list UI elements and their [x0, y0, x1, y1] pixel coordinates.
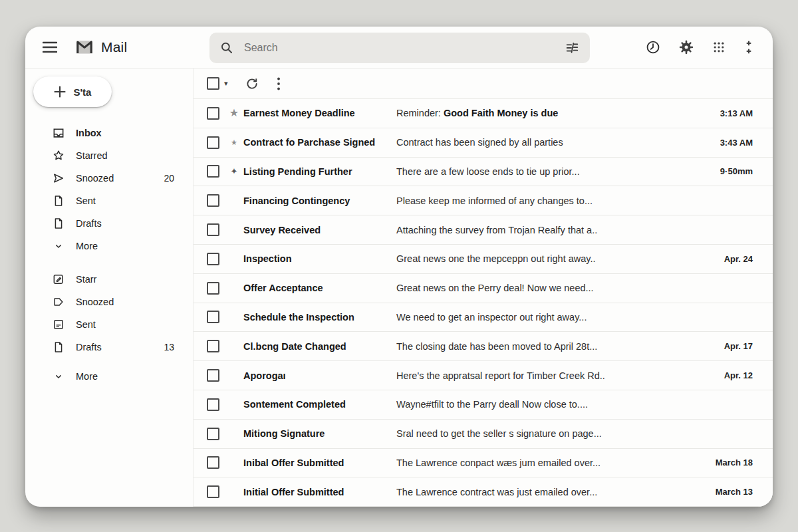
email-preview: Here's the appratsal report for Timber C… [396, 370, 692, 381]
sidebar-item-label: Starr [76, 274, 174, 285]
email-rows: ★Earnest Money DeadlineReminder: Good Fa… [194, 99, 773, 507]
email-checkbox[interactable] [207, 428, 219, 440]
search-bar[interactable] [209, 33, 590, 63]
email-checkbox[interactable] [207, 456, 219, 469]
refresh-icon[interactable] [245, 77, 259, 90]
search-input[interactable] [243, 41, 565, 55]
email-preview-text: Great news one the mepceppn out right aw… [396, 253, 596, 264]
email-subject: Mitiong Signature [243, 428, 396, 439]
doclines-icon [52, 318, 65, 331]
email-checkbox[interactable] [207, 282, 219, 295]
email-row[interactable]: InspectionGreat news one the mepceppn ou… [194, 245, 773, 274]
email-preview-text: We need to get an inspector out right aw… [396, 312, 587, 323]
sidebar-item-label: Sent [76, 319, 174, 330]
settings-gear-icon[interactable] [678, 39, 694, 55]
star-icon [52, 149, 65, 162]
sidebar-item-inbox[interactable]: Inbox [25, 122, 193, 144]
email-preview: The Lawrence contract was just emailed o… [396, 487, 692, 497]
sidebar-item-label: Snoozed [76, 173, 164, 184]
email-preview: Great news on the Perry deal! Now we nee… [396, 283, 692, 293]
top-right-icons [646, 27, 754, 68]
sidebar-item-more[interactable]: More [25, 235, 193, 257]
email-checkbox[interactable] [207, 369, 219, 382]
email-checkbox[interactable] [207, 165, 219, 178]
doc-icon [52, 194, 65, 207]
email-preview-text: Contract has been signed by all parties [396, 137, 563, 148]
gmail-logo: Mail [74, 39, 127, 55]
sidebar-item-drafts[interactable]: Drafts [25, 212, 193, 235]
email-time: Apr. 12 [692, 370, 753, 380]
more-options-icon[interactable] [743, 39, 754, 55]
email-row[interactable]: Financing ContingencyPlease keep me info… [194, 186, 773, 215]
sidebar-item-drafts[interactable]: Drafts13 [25, 336, 193, 358]
email-subject: Initial Offer Submitted [243, 487, 396, 497]
email-preview-text: The Lawrence contract was just emailed o… [396, 487, 597, 497]
email-row[interactable]: Mitiong SignatureSral need to get the se… [194, 420, 773, 449]
email-row[interactable]: Survey ReceivedAttaching the survey from… [194, 215, 773, 245]
email-subject: Listing Pending Further [243, 166, 396, 177]
email-checkbox[interactable] [207, 311, 219, 323]
select-all-checkbox[interactable] [207, 77, 219, 90]
sidebar-item-count: 13 [164, 342, 174, 352]
sidebar-item-sent[interactable]: Sent [25, 190, 193, 212]
sparkle-icon[interactable]: ✦ [227, 167, 241, 176]
sidebar-item-sent[interactable]: Sent [25, 313, 193, 336]
email-row[interactable]: Initial Offer SubmittedThe Lawrence cont… [194, 477, 773, 507]
star-icon[interactable]: ★ [227, 108, 241, 118]
kebab-menu-icon[interactable] [277, 76, 281, 91]
sidebar-item-label: More [76, 371, 174, 382]
email-checkbox[interactable] [207, 398, 219, 411]
select-dropdown-caret-icon[interactable]: ▾ [224, 79, 228, 88]
search-options-icon[interactable] [565, 41, 579, 55]
sidebar: S'ta InboxStarredSnoozed20SentDraftsMore… [25, 68, 193, 507]
email-checkbox[interactable] [207, 136, 219, 149]
sidebar-item-label: Starred [76, 150, 174, 161]
email-time: March 18 [692, 458, 753, 467]
sidebar-item-starr[interactable]: Starr [25, 268, 193, 291]
email-row[interactable]: ✦Listing Pending FurtherThere are a few … [194, 158, 773, 187]
email-row[interactable]: Inibal Offer SubmittedThe Lawrence conpa… [194, 449, 773, 478]
email-row[interactable]: ★Earnest Money DeadlineReminder: Good Fa… [194, 99, 773, 128]
hamburger-menu-icon[interactable] [43, 41, 57, 53]
sidebar-section: StarrSnoozedSentDrafts13More [25, 268, 193, 388]
email-preview-text: The Lawrence conpact wæs jum emailed ove… [396, 458, 600, 468]
email-row[interactable]: Sontement CompletedWayne#tfilt to the Pa… [194, 390, 773, 420]
sidebar-item-label: Inbox [76, 128, 174, 138]
tag-icon [52, 295, 65, 309]
email-preview: Attaching the survey from Trojan Realfy … [396, 225, 692, 235]
email-row[interactable]: AporogaıHere's the appratsal report for … [194, 361, 773, 390]
sidebar-item-starred[interactable]: Starred [25, 144, 193, 167]
star-icon[interactable]: ★ [227, 139, 241, 146]
email-preview-bold: Good Faith Money is due [444, 108, 558, 118]
email-time: Apr. 17 [692, 341, 753, 351]
sidebar-item-label: Sent [76, 196, 174, 206]
inbox-icon [52, 126, 65, 140]
email-preview: We need to get an inspector out right aw… [396, 312, 692, 323]
clock-icon[interactable] [646, 40, 660, 55]
apps-grid-icon[interactable] [712, 41, 726, 54]
email-subject: Inspection [243, 253, 396, 264]
email-checkbox[interactable] [207, 485, 219, 498]
email-checkbox[interactable] [207, 107, 219, 120]
email-checkbox[interactable] [207, 253, 219, 265]
sidebar-item-more[interactable]: More [25, 365, 193, 388]
email-row[interactable]: Schedule the InspectionWe need to get an… [194, 303, 773, 332]
email-row[interactable]: Offer AcceptanceGreat news on the Perry … [194, 274, 773, 303]
edit-icon [52, 273, 65, 286]
email-time: 9·50mm [692, 166, 753, 176]
email-preview: Great news one the mepceppn out right aw… [396, 253, 692, 264]
doc-icon [52, 340, 65, 354]
email-checkbox[interactable] [207, 194, 219, 207]
compose-button[interactable]: S'ta [33, 76, 112, 107]
sidebar-item-snoozed[interactable]: Snoozed [25, 291, 193, 313]
chevron-icon [52, 241, 65, 251]
email-preview-text: The closing date has been moved to April… [396, 341, 597, 352]
email-row[interactable]: Cl.bcng Date ChangedThe closing date has… [194, 332, 773, 361]
email-row[interactable]: ★Contract fo Parchase SignedContract has… [194, 128, 773, 158]
email-checkbox[interactable] [207, 340, 219, 352]
plus-icon [54, 86, 66, 98]
email-list-pane: ▾ ★Earnest Money DeadlineReminder: Good … [194, 68, 773, 507]
email-preview: The Lawrence conpact wæs jum emailed ove… [396, 458, 692, 468]
email-checkbox[interactable] [207, 223, 219, 236]
sidebar-item-snoozed[interactable]: Snoozed20 [25, 167, 193, 190]
